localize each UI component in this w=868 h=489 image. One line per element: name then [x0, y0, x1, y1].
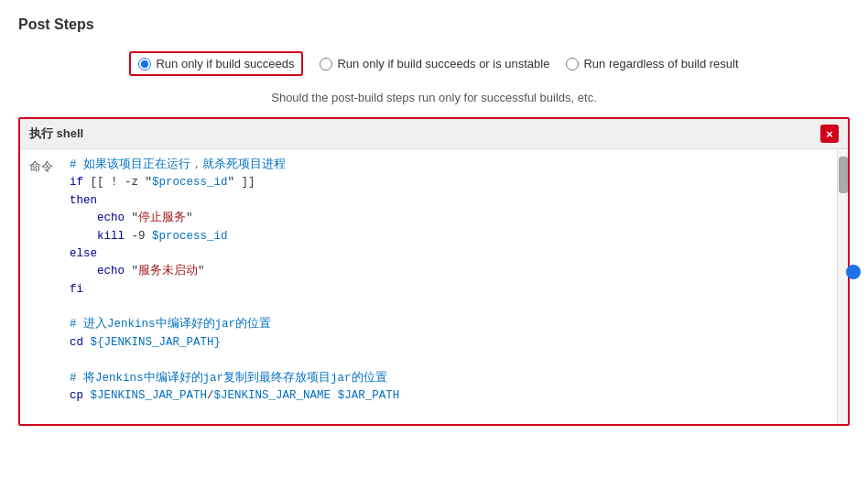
blue-circle-indicator: [846, 265, 861, 279]
close-button[interactable]: ×: [820, 125, 839, 143]
radio-option-3[interactable]: Run regardless of build result: [566, 57, 738, 71]
shell-code-wrapper: # 如果该项目正在运行，就杀死项目进程 if [[ ! -z "$process…: [66, 149, 837, 424]
shell-header-title: 执行 shell: [29, 125, 83, 142]
radio-option-2[interactable]: Run only if build succeeds or is unstabl…: [320, 57, 549, 71]
radio-input-3[interactable]: [566, 58, 579, 71]
scrollbar-right[interactable]: [837, 149, 848, 424]
radio-label-2: Run only if build succeeds or is unstabl…: [337, 57, 549, 71]
section-title: Post Steps: [18, 16, 850, 33]
radio-input-1[interactable]: [138, 58, 151, 71]
radio-label-1: Run only if build succeeds: [156, 57, 294, 71]
description: Should the post-build steps run only for…: [18, 91, 850, 104]
shell-block: 执行 shell × 命令 # 如果该项目正在运行，就杀死项目进程 if [[ …: [18, 117, 850, 426]
shell-label: 命令: [20, 149, 66, 424]
radio-group: Run only if build succeeds Run only if b…: [18, 46, 850, 82]
radio-option-1[interactable]: Run only if build succeeds: [129, 51, 303, 76]
radio-label-3: Run regardless of build result: [583, 57, 738, 71]
shell-header: 执行 shell ×: [20, 119, 848, 149]
page: Post Steps Run only if build succeeds Ru…: [0, 0, 868, 489]
scrollbar-thumb: [839, 157, 848, 193]
shell-code-display: # 如果该项目正在运行，就杀死项目进程 if [[ ! -z "$process…: [66, 149, 837, 424]
radio-input-2[interactable]: [320, 58, 332, 71]
shell-body: 命令 # 如果该项目正在运行，就杀死项目进程 if [[ ! -z "$proc…: [20, 149, 848, 424]
